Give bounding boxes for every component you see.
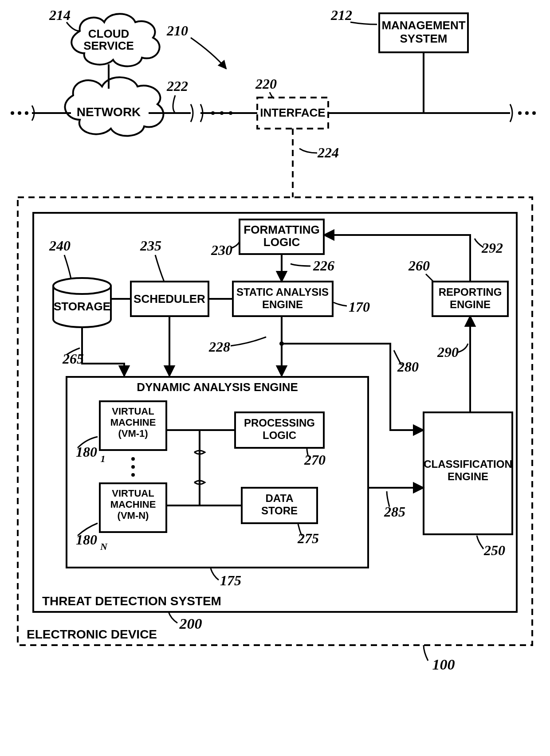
vm1-label-1: VIRTUAL: [112, 406, 154, 417]
ref-235: 235: [140, 238, 161, 254]
vmn-label-2: MACHINE: [110, 499, 156, 510]
ref-280: 280: [397, 359, 419, 375]
vmn-label-1: VIRTUAL: [112, 488, 154, 499]
management-system-label-2: SYSTEM: [400, 32, 448, 45]
reporting-label-2: ENGINE: [450, 298, 491, 310]
svg-point-21: [131, 473, 135, 477]
network-node: NETWORK: [65, 77, 163, 136]
class-label-1: CLASSIFICATION: [424, 458, 512, 470]
ref-240: 240: [49, 238, 71, 254]
dae-label: DYNAMIC ANALYSIS ENGINE: [137, 380, 298, 394]
storage-label: STORAGE: [54, 300, 110, 313]
svg-point-20: [131, 465, 135, 469]
svg-point-14: [53, 278, 111, 294]
ref-180-n-sub: N: [100, 541, 108, 552]
ref-224: 224: [317, 145, 339, 161]
ref-220: 220: [255, 76, 277, 92]
tds-label: THREAT DETECTION SYSTEM: [42, 594, 221, 608]
svg-point-5: [211, 111, 215, 115]
cloud-service-label-2: SERVICE: [83, 39, 134, 52]
svg-point-2: [11, 111, 14, 115]
sae-label-2: ENGINE: [262, 298, 303, 310]
ref-285: 285: [384, 504, 405, 520]
svg-point-6: [220, 111, 224, 115]
svg-point-19: [131, 457, 135, 461]
proc-logic-label-2: LOGIC: [263, 429, 296, 441]
sae-label-1: STATIC ANALYSIS: [236, 286, 329, 298]
class-label-2: ENGINE: [448, 470, 488, 482]
ref-292: 292: [481, 240, 503, 256]
vm1-label-2: MACHINE: [110, 417, 156, 428]
ref-175: 175: [220, 572, 241, 588]
ref-222: 222: [166, 78, 188, 94]
vm1-label-3: (VM-1): [118, 428, 148, 439]
ref-290: 290: [437, 344, 459, 360]
ref-212: 212: [330, 7, 352, 23]
svg-point-10: [532, 111, 536, 115]
ref-260: 260: [408, 258, 430, 274]
interface-label: INTERFACE: [260, 106, 325, 119]
scheduler-label: SCHEDULER: [134, 292, 205, 306]
ref-265: 265: [62, 351, 84, 367]
formatting-logic-label-2: LOGIC: [263, 235, 300, 249]
svg-point-3: [18, 111, 21, 115]
data-store-label-2: STORE: [261, 505, 298, 517]
diagram-canvas: CLOUD SERVICE NETWORK MANAGEMENT SYSTEM …: [0, 0, 550, 756]
ref-210: 210: [166, 23, 188, 39]
svg-point-8: [518, 111, 522, 115]
ref-226: 226: [313, 258, 334, 274]
ref-200: 200: [179, 615, 202, 632]
svg-point-9: [525, 111, 529, 115]
svg-point-4: [25, 111, 28, 115]
data-store-label-1: DATA: [265, 492, 293, 504]
management-system-label-1: MANAGEMENT: [381, 19, 465, 32]
ref-170: 170: [349, 299, 370, 315]
electronic-device-label: ELECTRONIC DEVICE: [27, 627, 157, 641]
ref-100: 100: [432, 656, 455, 673]
ref-250: 250: [483, 542, 505, 558]
vmn-label-3: (VM-N): [118, 510, 149, 521]
ref-228: 228: [208, 339, 230, 355]
proc-logic-label-1: PROCESSING: [244, 417, 315, 429]
ref-230: 230: [211, 242, 232, 258]
cloud-service-node: CLOUD SERVICE: [71, 14, 159, 66]
reporting-label-1: REPORTING: [439, 286, 502, 298]
cloud-service-label-1: CLOUD: [88, 27, 129, 40]
formatting-logic-label-1: FORMATTING: [244, 223, 319, 236]
svg-point-7: [229, 111, 232, 115]
ref-180-1-sub: 1: [101, 453, 106, 464]
ref-214: 214: [49, 7, 71, 23]
network-label: NETWORK: [77, 105, 141, 119]
